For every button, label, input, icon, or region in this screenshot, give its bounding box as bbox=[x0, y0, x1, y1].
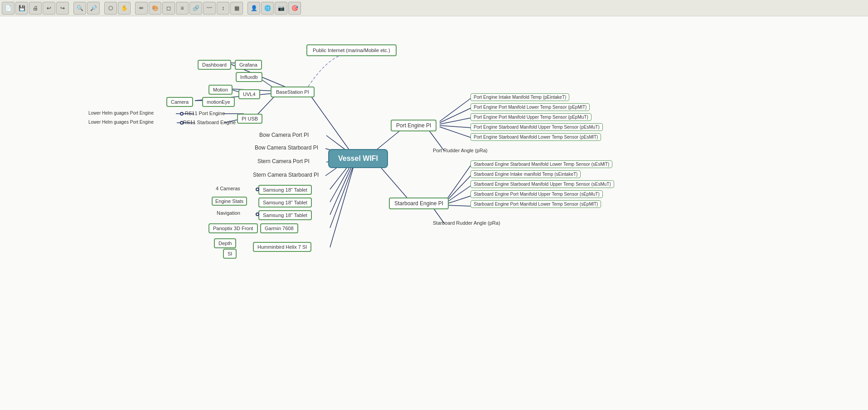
dot-samsung3 bbox=[256, 212, 259, 216]
pan-btn[interactable]: ✋ bbox=[118, 2, 131, 14]
stern-camera-starboard-node: Stern Camera Starboard PI bbox=[253, 172, 319, 178]
pEpMlT-node[interactable]: Port Engine Port Manifold Lower Temp Sen… bbox=[470, 103, 590, 111]
redo-btn[interactable]: ↪ bbox=[56, 2, 69, 14]
camera-btn[interactable]: 📷 bbox=[275, 2, 287, 14]
humminbird-node[interactable]: Humminbird Helix 7 SI bbox=[253, 242, 311, 252]
stern-camera-port-node: Stern Camera Port PI bbox=[257, 158, 310, 164]
sEpMlT-node[interactable]: Starboard Engine Port Manifold Lower Tem… bbox=[470, 200, 601, 208]
svg-line-27 bbox=[440, 125, 471, 128]
rs11-starboard-node: RS11 Starboard Engine bbox=[183, 120, 236, 125]
public-internet-node[interactable]: Public Internet (marina/Mobile etc.) bbox=[306, 44, 397, 56]
port-engine-pi-node[interactable]: Port Engine PI bbox=[391, 120, 436, 131]
zoom-in-btn[interactable]: 🔍 bbox=[73, 2, 86, 14]
grafana-node[interactable]: Grafana bbox=[235, 60, 262, 70]
toolbar: 📄 💾 🖨 ↩ ↪ 🔍 🔎 ⬡ ✋ ✏ 🎨 ◻ ≡ 🔗 〰 ↕ ▦ 👤 🌐 📷 … bbox=[0, 0, 868, 16]
diagram-canvas: Public Internet (marina/Mobile etc.) Bas… bbox=[0, 16, 868, 410]
svg-line-2 bbox=[376, 162, 412, 203]
si-node[interactable]: SI bbox=[223, 249, 237, 259]
basestation-node[interactable]: BaseStation PI bbox=[271, 87, 315, 97]
draw-btn[interactable]: ✏ bbox=[135, 2, 148, 14]
svg-line-10 bbox=[330, 165, 354, 228]
samsung1-node[interactable]: Samsung 18" Tablet bbox=[258, 185, 312, 195]
panoptix-node[interactable]: Panoptix 3D Front bbox=[209, 223, 258, 233]
shape-btn[interactable]: ◻ bbox=[162, 2, 175, 14]
engine-stats-node[interactable]: Engine Stats bbox=[212, 197, 247, 206]
influxdb-node[interactable]: Influxdb bbox=[236, 72, 262, 82]
navigation-label-node: Navigation bbox=[217, 210, 240, 216]
svg-line-31 bbox=[446, 175, 471, 201]
dashboard-node[interactable]: Dashboard bbox=[198, 60, 231, 70]
web-btn[interactable]: 🌐 bbox=[261, 2, 274, 14]
pEpMuT-node[interactable]: Port Engine Port Manifold Upper Temp Sen… bbox=[470, 113, 592, 121]
pEsMuT-node[interactable]: Port Engine Starboard Manifold Upper Tem… bbox=[470, 123, 603, 131]
svg-line-32 bbox=[446, 185, 471, 203]
dot-samsung1 bbox=[256, 188, 259, 191]
motion-node[interactable]: Motion bbox=[209, 85, 233, 95]
select-btn[interactable]: ⬡ bbox=[104, 2, 117, 14]
svg-line-30 bbox=[446, 164, 471, 200]
samsung3-node[interactable]: Samsung 18" Tablet bbox=[258, 210, 312, 220]
pi-usb-node[interactable]: PI USB bbox=[237, 114, 262, 124]
svg-line-9 bbox=[330, 162, 354, 215]
garmin-node[interactable]: Garmin 7608 bbox=[260, 223, 298, 233]
zoom-out-btn[interactable]: 🔎 bbox=[87, 2, 100, 14]
pEsMlT-node[interactable]: Port Engine Starboard Manifold Lower Tem… bbox=[470, 133, 601, 141]
svg-line-25 bbox=[440, 108, 471, 123]
new-btn[interactable]: 📄 bbox=[2, 2, 15, 14]
svg-line-28 bbox=[440, 127, 471, 138]
arrow-btn[interactable]: ↕ bbox=[217, 2, 229, 14]
dot-rs11-starboard bbox=[180, 121, 184, 125]
depth-node[interactable]: Depth bbox=[214, 238, 236, 248]
bow-camera-starboard-node: Bow Camera Starboard PI bbox=[255, 145, 318, 151]
table-btn[interactable]: ≡ bbox=[176, 2, 189, 14]
port-rudder-node: Port Rudder Angle (pRa) bbox=[433, 148, 487, 153]
user-btn[interactable]: 👤 bbox=[247, 2, 260, 14]
print-btn[interactable]: 🖨 bbox=[29, 2, 42, 14]
lower-helm-starboard-node: Lower Helm guages Port Engine bbox=[88, 120, 154, 125]
svg-line-33 bbox=[446, 196, 471, 204]
pEintakeT-node[interactable]: Port Engine Intake Manifold Temp (pEinta… bbox=[470, 93, 569, 101]
starboard-engine-pi-node[interactable]: Starboard Engine PI bbox=[389, 198, 449, 209]
curve-btn[interactable]: 〰 bbox=[203, 2, 216, 14]
dot-rs11-port bbox=[180, 112, 184, 116]
camera-node[interactable]: Camera bbox=[166, 97, 193, 107]
svg-line-34 bbox=[446, 205, 471, 206]
starboard-rudder-node: Starboard Rudder Angle (pRa) bbox=[433, 220, 500, 226]
svg-line-26 bbox=[440, 118, 471, 124]
svg-line-11 bbox=[330, 167, 354, 247]
link-btn[interactable]: 🔗 bbox=[189, 2, 202, 14]
svg-line-24 bbox=[440, 98, 471, 121]
uvl4-node[interactable]: UVL4 bbox=[238, 89, 260, 99]
sEintakeT-node[interactable]: Starboard Engine Intake manifold Temp (s… bbox=[470, 170, 581, 178]
sEsMuT-node[interactable]: Starboard Engine Starboard Manifold Uppe… bbox=[470, 180, 614, 188]
undo-btn[interactable]: ↩ bbox=[43, 2, 55, 14]
motioneye-node[interactable]: motionEye bbox=[202, 97, 235, 107]
sEpMuT-node[interactable]: Starboard Engine Port Manifold Upper Tem… bbox=[470, 190, 603, 198]
samsung2-node[interactable]: Samsung 18" Tablet bbox=[258, 198, 312, 207]
lower-helm-port-node: Lower Helm guages Port Engine bbox=[88, 111, 154, 116]
vessel-wifi-node[interactable]: Vessel WIFI bbox=[328, 149, 388, 168]
color-btn[interactable]: 🎨 bbox=[149, 2, 161, 14]
cameras-label-node: 4 Cameras bbox=[216, 186, 240, 191]
rs11-port-node: RS11 Port Engine bbox=[185, 111, 225, 116]
save-btn[interactable]: 💾 bbox=[15, 2, 28, 14]
target-btn[interactable]: 🎯 bbox=[288, 2, 301, 14]
bow-camera-port-node: Bow Camera Port PI bbox=[259, 132, 309, 138]
sEsMlT-node[interactable]: Starboard Engine Starboard Manifold Lowe… bbox=[470, 160, 612, 168]
grid-btn[interactable]: ▦ bbox=[230, 2, 243, 14]
